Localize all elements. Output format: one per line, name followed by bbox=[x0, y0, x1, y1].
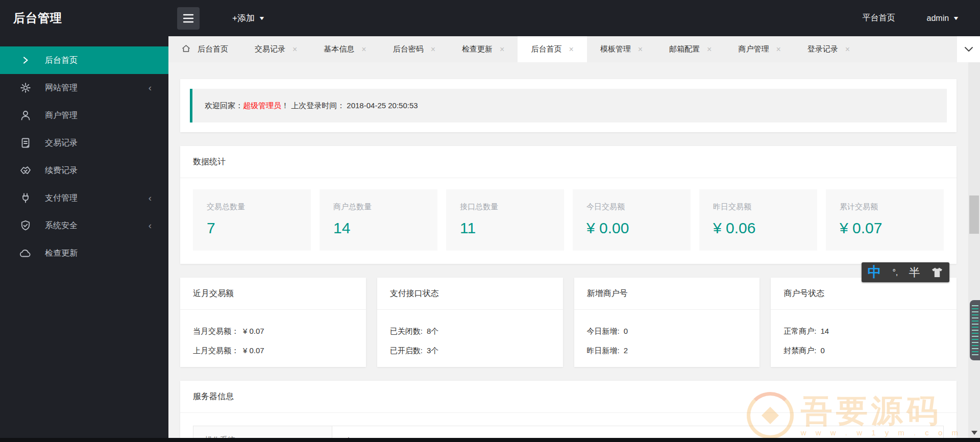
collapse-arrow-icon[interactable]: ‹ bbox=[149, 220, 152, 231]
panel-line: 当月交易额：¥ 0.07 bbox=[193, 327, 353, 336]
scrollbar-thumb[interactable] bbox=[969, 195, 979, 234]
sidebar-item-payment-management[interactable]: 支付管理 ‹ bbox=[0, 184, 168, 212]
welcome-prefix: 欢迎回家： bbox=[205, 101, 243, 111]
admin-username: admin bbox=[927, 14, 949, 23]
top-bar: 后台管理 +添加 ▼ 平台首页 admin ▼ bbox=[0, 0, 980, 36]
collapse-arrow-icon[interactable]: ‹ bbox=[149, 82, 152, 93]
admin-user-menu[interactable]: admin ▼ bbox=[927, 14, 959, 23]
close-icon[interactable]: × bbox=[292, 45, 297, 54]
panel-line-value: 2 bbox=[624, 346, 628, 355]
ime-toolbar[interactable]: 中 °, 半 bbox=[862, 262, 949, 282]
sidebar-item-label: 网站管理 bbox=[45, 83, 78, 93]
tab-label: 后台首页 bbox=[531, 44, 561, 54]
tab-label: 基本信息 bbox=[324, 44, 354, 54]
tab-template-management[interactable]: 模板管理 × bbox=[587, 36, 656, 62]
sidebar-item-renewal-records[interactable]: 续费记录 bbox=[0, 157, 168, 184]
tab-mailbox-config[interactable]: 邮箱配置 × bbox=[656, 36, 725, 62]
tab-admin-password[interactable]: 后台密码 × bbox=[380, 36, 449, 62]
panel-line-value: 3个 bbox=[427, 346, 438, 355]
stat-value: 7 bbox=[207, 219, 297, 237]
plug-icon bbox=[19, 191, 32, 205]
panel-title: 近月交易额 bbox=[180, 278, 366, 310]
stat-value: ¥ 0.06 bbox=[713, 219, 803, 237]
sidebar-item-system-security[interactable]: 系统安全 ‹ bbox=[0, 212, 168, 239]
stat-value: ¥ 0.00 bbox=[586, 219, 677, 237]
chevron-right-icon bbox=[19, 54, 32, 67]
panel-line-label: 上月交易额： bbox=[193, 346, 239, 355]
panel-line-label: 已关闭数: bbox=[390, 327, 423, 335]
sidebar-item-check-update[interactable]: 检查更新 bbox=[0, 239, 168, 267]
welcome-role: 超级管理员 bbox=[243, 101, 281, 111]
stat-label: 交易总数量 bbox=[207, 202, 297, 212]
tab-label: 邮箱配置 bbox=[669, 44, 700, 54]
close-icon[interactable]: × bbox=[569, 45, 573, 54]
tab-trade-records[interactable]: 交易记录 × bbox=[241, 36, 310, 62]
tab-label: 登录记录 bbox=[807, 44, 838, 54]
stat-value: ¥ 0.07 bbox=[840, 219, 930, 237]
close-icon[interactable]: × bbox=[776, 45, 780, 54]
welcome-card: 欢迎回家： 超级管理员 ！ 上次登录时间： 2018-04-25 20:50:5… bbox=[180, 79, 957, 132]
panel-line-label: 正常商户: bbox=[783, 327, 816, 335]
vertical-scrollbar[interactable] bbox=[968, 62, 980, 438]
add-button-label: +添加 bbox=[232, 12, 255, 24]
ime-halfwidth-icon[interactable]: 半 bbox=[909, 265, 920, 280]
panel-title: 商户号状态 bbox=[771, 278, 957, 310]
panel-line: 上月交易额：¥ 0.07 bbox=[193, 346, 353, 356]
sidebar-item-label: 检查更新 bbox=[45, 248, 78, 259]
chevron-down-icon bbox=[964, 46, 973, 52]
close-icon[interactable]: × bbox=[500, 45, 504, 54]
tab-home-active[interactable]: 后台首页 × bbox=[518, 36, 586, 62]
ime-punctuation-icon[interactable]: °, bbox=[892, 268, 898, 277]
tab-bar: 后台首页 交易记录 × 基本信息 × 后台密码 × 检查更新 × 后台首页 × … bbox=[168, 36, 980, 62]
panel-title: 新增商户号 bbox=[574, 278, 760, 310]
tab-login-records[interactable]: 登录记录 × bbox=[794, 36, 863, 62]
close-icon[interactable]: × bbox=[707, 45, 712, 54]
server-os-value: Linux bbox=[332, 426, 944, 438]
tab-basic-info[interactable]: 基本信息 × bbox=[310, 36, 379, 62]
panel-line-label: 封禁商户: bbox=[783, 346, 816, 355]
stat-label: 累计交易额 bbox=[840, 202, 930, 212]
stat-yesterday-amount: 昨日交易额 ¥ 0.06 bbox=[699, 189, 817, 251]
tab-label: 检查更新 bbox=[462, 44, 493, 54]
stats-title: 数据统计 bbox=[180, 146, 957, 178]
tab-overflow-button[interactable] bbox=[957, 36, 980, 62]
sidebar-item-label: 系统安全 bbox=[45, 220, 78, 231]
panel-recent-month-amount: 近月交易额 当月交易额：¥ 0.07 上月交易额：¥ 0.07 bbox=[180, 278, 366, 367]
collapse-arrow-icon[interactable]: ‹ bbox=[149, 192, 152, 204]
panel-title: 支付接口状态 bbox=[377, 278, 563, 310]
platform-home-link[interactable]: 平台首页 bbox=[863, 13, 895, 23]
ime-skin-shirt-icon[interactable] bbox=[931, 267, 943, 278]
panel-merchant-status: 商户号状态 正常商户:14 封禁商户:0 bbox=[771, 278, 957, 367]
close-icon[interactable]: × bbox=[431, 45, 435, 54]
collapse-menu-button[interactable] bbox=[177, 7, 200, 30]
tab-home-pinned[interactable]: 后台首页 bbox=[168, 36, 241, 62]
sidebar-item-website-management[interactable]: 网站管理 ‹ bbox=[0, 74, 168, 102]
tab-check-update[interactable]: 检查更新 × bbox=[449, 36, 518, 62]
stats-body: 交易总数量 7 商户总数量 14 接口总数量 11 今日交易额 ¥ 0.00 昨… bbox=[180, 178, 957, 264]
panel-line-label: 已开启数: bbox=[390, 346, 423, 355]
sidebar-item-trade-records[interactable]: 交易记录 bbox=[0, 129, 168, 157]
stat-label: 接口总数量 bbox=[460, 202, 550, 212]
gear-icon bbox=[19, 81, 32, 94]
sidebar-item-merchant-management[interactable]: 商户管理 bbox=[0, 102, 168, 129]
tab-merchant-management[interactable]: 商户管理 × bbox=[725, 36, 794, 62]
panel-line-value: 0 bbox=[820, 346, 824, 355]
table-row: 操作系统 Linux bbox=[193, 426, 944, 438]
add-button[interactable]: +添加 ▼ bbox=[232, 12, 264, 24]
ime-chinese-mode-icon[interactable]: 中 bbox=[868, 265, 881, 279]
close-icon[interactable]: × bbox=[638, 45, 643, 54]
stat-total-trades: 交易总数量 7 bbox=[193, 189, 311, 251]
close-icon[interactable]: × bbox=[845, 45, 850, 54]
menu-icon bbox=[183, 14, 194, 23]
panel-line-value: 14 bbox=[820, 327, 829, 335]
panel-line: 昨日新增:2 bbox=[587, 346, 747, 356]
scrollbar-down-arrow[interactable] bbox=[971, 431, 977, 435]
sidebar-item-home[interactable]: 后台首页 bbox=[0, 46, 168, 74]
panel-line-label: 今日新增: bbox=[587, 327, 620, 335]
panel-interface-status: 支付接口状态 已关闭数:8个 已开启数:3个 bbox=[377, 278, 563, 367]
panel-line-value: 8个 bbox=[427, 327, 438, 335]
side-dock-widget[interactable] bbox=[970, 300, 980, 360]
welcome-last-login: ！ 上次登录时间： 2018-04-25 20:50:53 bbox=[281, 101, 418, 111]
close-icon[interactable]: × bbox=[361, 45, 366, 54]
sidebar-item-label: 交易记录 bbox=[45, 138, 78, 149]
